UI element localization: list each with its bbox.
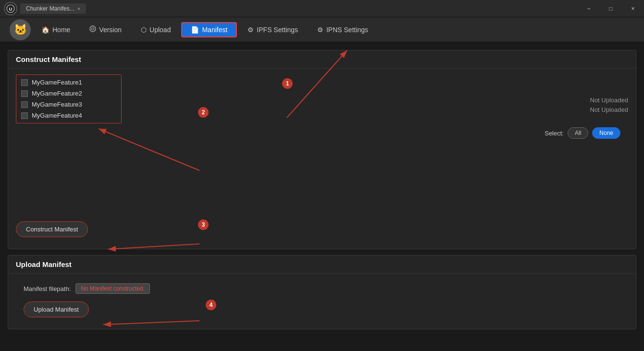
manifest-icon: 📄: [191, 26, 199, 34]
list-item: MyGameFeature4: [19, 111, 118, 120]
feature1-checkbox[interactable]: [21, 79, 28, 86]
upload-manifest-section: Upload Manifest Manifest filepath: No Ma…: [8, 255, 636, 329]
titlebar-tab[interactable]: Chunker Manifes... ×: [20, 3, 86, 14]
nav-ipns-settings[interactable]: ⚙ IPNS Settings: [309, 23, 377, 36]
annotation-2: 2: [198, 107, 209, 118]
upload-btn-row: Upload Manifest 4: [16, 298, 628, 323]
annotation-3: 3: [198, 219, 209, 230]
list-item: MyGameFeature2: [19, 89, 118, 98]
ue-logo: U: [4, 2, 17, 15]
feature3-status: Not Uploaded: [590, 97, 629, 104]
annotation-1: 1: [282, 78, 293, 89]
upload-section-title: Upload Manifest: [16, 260, 72, 268]
titlebar: U Chunker Manifes... × − □ ×: [0, 0, 644, 17]
app-window: U Chunker Manifes... × − □ × 🐱 🏠 Home: [0, 0, 644, 351]
nav-home[interactable]: 🏠 Home: [33, 23, 79, 36]
feature2-label: MyGameFeature2: [32, 90, 82, 97]
select-row: Select: All None: [16, 123, 628, 143]
upload-manifest-button[interactable]: Upload Manifest: [24, 302, 89, 317]
titlebar-controls: − □ ×: [578, 0, 644, 17]
svg-point-3: [92, 28, 94, 30]
nav-version[interactable]: Version: [81, 23, 130, 36]
home-icon: 🏠: [41, 26, 50, 34]
nav-manifest[interactable]: 📄 Manifest: [181, 22, 237, 37]
nav-manifest-label: Manifest: [202, 26, 227, 34]
tab-close-icon[interactable]: ×: [77, 6, 80, 12]
feature3-label: MyGameFeature3: [32, 101, 82, 108]
list-item: MyGameFeature3: [19, 100, 118, 109]
nav-ipns-label: IPNS Settings: [326, 26, 368, 34]
feature4-label: MyGameFeature4: [32, 112, 82, 119]
feature3-checkbox[interactable]: [21, 101, 28, 108]
filepath-value: No Manifest constructed.: [75, 283, 150, 294]
feature4-checkbox[interactable]: [21, 112, 28, 119]
maximize-button[interactable]: □: [600, 0, 622, 17]
select-label: Select:: [545, 130, 564, 137]
version-icon: [89, 25, 96, 34]
main-content: Construct Manifest MyGameFeature1 MyGame…: [0, 42, 644, 343]
filepath-row: Manifest filepath: No Manifest construct…: [16, 279, 628, 298]
feature2-checkbox[interactable]: [21, 90, 28, 97]
upload-section-body: Manifest filepath: No Manifest construct…: [8, 274, 636, 329]
upload-icon: ⬡: [141, 26, 147, 34]
feature4-status: Not Uploaded: [590, 106, 629, 113]
ipns-gear-icon: ⚙: [317, 26, 323, 34]
navbar: 🐱 🏠 Home Version ⬡ Upload 📄 Manifest ⚙ I…: [0, 17, 644, 42]
app-logo: 🐱: [10, 19, 31, 40]
construct-section-body: MyGameFeature1 MyGameFeature2 MyGameFeat…: [8, 69, 636, 218]
construct-manifest-section: Construct Manifest MyGameFeature1 MyGame…: [8, 50, 636, 249]
construct-section-header: Construct Manifest: [8, 50, 636, 69]
ipfs-gear-icon: ⚙: [248, 26, 254, 34]
construct-manifest-button[interactable]: Construct Manifest: [16, 221, 88, 237]
annotation-4: 4: [206, 300, 216, 310]
list-item: MyGameFeature1: [19, 78, 118, 87]
nav-ipfs-settings[interactable]: ⚙ IPFS Settings: [239, 23, 307, 36]
nav-ipfs-label: IPFS Settings: [257, 26, 298, 34]
window-close-button[interactable]: ×: [622, 0, 644, 17]
filepath-label: Manifest filepath:: [24, 285, 71, 292]
nav-version-label: Version: [99, 26, 122, 34]
construct-btn-row: Construct Manifest 3: [8, 218, 636, 249]
minimize-button[interactable]: −: [578, 0, 600, 17]
feature1-label: MyGameFeature1: [32, 79, 82, 86]
upload-section-header: Upload Manifest: [8, 255, 636, 274]
tab-label: Chunker Manifes...: [26, 5, 74, 12]
nav-upload[interactable]: ⬡ Upload: [132, 23, 179, 36]
select-all-button[interactable]: All: [568, 127, 588, 139]
nav-upload-label: Upload: [149, 26, 171, 34]
construct-section-title: Construct Manifest: [16, 55, 81, 63]
svg-text:U: U: [9, 7, 12, 12]
feature-list: MyGameFeature1 MyGameFeature2 MyGameFeat…: [16, 74, 122, 123]
select-none-button[interactable]: None: [592, 127, 620, 139]
titlebar-left: U Chunker Manifes... ×: [4, 2, 86, 15]
svg-point-2: [90, 26, 96, 32]
nav-home-label: Home: [52, 26, 70, 34]
